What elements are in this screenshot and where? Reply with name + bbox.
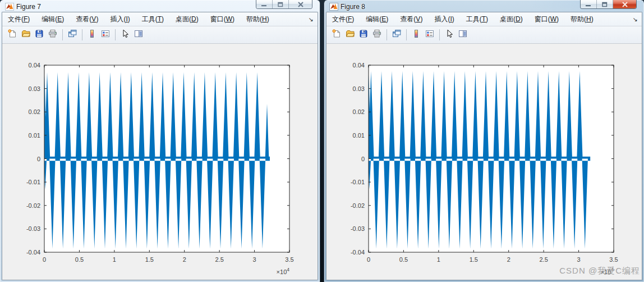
restore-button[interactable] — [273, 0, 289, 8]
svg-text:0.01: 0.01 — [29, 132, 40, 139]
menu-item-T[interactable]: 工具(T) — [466, 15, 488, 24]
new-figure-button[interactable] — [6, 28, 19, 42]
link-plot-button[interactable] — [390, 28, 403, 42]
svg-text:2: 2 — [507, 256, 510, 263]
new-figure-icon — [8, 29, 17, 40]
figure8-window: Figure 8 文件(F)编辑(E)查看(V)插入(I)工具(T)桌面(D)窗… — [324, 0, 644, 282]
edit-plot-button[interactable] — [118, 28, 132, 42]
menu-item-I[interactable]: 插入(I) — [110, 15, 130, 24]
window-controls — [256, 0, 312, 9]
new-figure-icon — [332, 29, 341, 40]
svg-text:-0.03: -0.03 — [26, 225, 40, 232]
svg-text:-0.04: -0.04 — [26, 249, 40, 256]
menu-item-H[interactable]: 帮助(H) — [571, 15, 594, 24]
figure8-toolbar — [326, 26, 642, 44]
insert-colorbar-button[interactable] — [410, 28, 423, 42]
svg-text:0: 0 — [43, 256, 46, 263]
printer-icon — [48, 29, 57, 40]
plot-browser-icon — [458, 29, 467, 40]
menu-item-V[interactable]: 查看(V) — [400, 15, 422, 24]
colorbar-icon — [412, 29, 421, 40]
restore-button[interactable] — [597, 0, 613, 8]
window-title: Figure 8 — [341, 3, 365, 11]
minimize-button[interactable] — [581, 0, 597, 8]
svg-text:0: 0 — [37, 156, 40, 162]
menu-item-I[interactable]: 插入(I) — [434, 15, 454, 24]
link-plot-icon — [392, 29, 401, 40]
svg-text:3: 3 — [253, 256, 256, 263]
menu-item-H[interactable]: 帮助(H) — [246, 15, 269, 24]
toolbar-separator — [439, 29, 440, 40]
svg-text:-0.01: -0.01 — [26, 179, 40, 185]
close-button[interactable] — [613, 0, 636, 8]
save-icon — [359, 29, 368, 40]
svg-text:×104: ×104 — [277, 267, 290, 275]
menu-overflow-icon[interactable]: ↘ — [308, 16, 313, 22]
open-folder-icon — [346, 29, 355, 40]
toolbar-separator — [62, 29, 63, 40]
svg-text:1.5: 1.5 — [470, 256, 478, 263]
svg-text:0.04: 0.04 — [29, 62, 40, 69]
svg-text:0.03: 0.03 — [353, 85, 365, 92]
menu-item-V[interactable]: 查看(V) — [76, 15, 98, 24]
toolbar-separator — [387, 29, 387, 40]
edit-plot-button[interactable] — [443, 28, 456, 42]
svg-text:-0.02: -0.02 — [26, 202, 40, 209]
figure7-toolbar — [2, 26, 318, 44]
menu-item-W[interactable]: 窗口(W) — [210, 15, 234, 24]
link-plot-button[interactable] — [66, 28, 79, 42]
legend-icon — [425, 29, 434, 40]
printer-icon — [372, 29, 381, 40]
cursor-arrow-icon — [445, 29, 454, 40]
svg-text:3: 3 — [577, 256, 581, 263]
menu-item-W[interactable]: 窗口(W) — [535, 15, 559, 24]
open-file-button[interactable] — [343, 28, 357, 42]
colorbar-icon — [88, 29, 96, 40]
window-title: Figure 7 — [16, 3, 41, 11]
svg-text:0.03: 0.03 — [29, 85, 40, 92]
figure7-client-area: 文件(F)编辑(E)查看(V)插入(I)工具(T)桌面(D)窗口(W)帮助(H)… — [2, 12, 318, 280]
figure7-canvas: 00.511.522.533.5-0.04-0.03-0.02-0.0100.0… — [2, 44, 318, 280]
svg-text:0: 0 — [367, 256, 370, 263]
window-controls — [580, 0, 637, 9]
menu-item-D[interactable]: 桌面(D) — [500, 15, 523, 24]
menu-item-F[interactable]: 文件(F) — [8, 15, 30, 24]
plot-browser-button[interactable] — [456, 28, 470, 42]
figure8-plot: 00.511.522.533.5-0.04-0.03-0.02-0.0100.0… — [326, 44, 642, 280]
menu-item-D[interactable]: 桌面(D) — [176, 15, 199, 24]
link-plot-icon — [68, 29, 77, 40]
insert-colorbar-button[interactable] — [85, 28, 99, 42]
svg-text:0.02: 0.02 — [353, 108, 365, 115]
svg-text:3.5: 3.5 — [609, 256, 618, 263]
figure8-menubar: 文件(F)编辑(E)查看(V)插入(I)工具(T)桌面(D)窗口(W)帮助(H)… — [326, 12, 642, 26]
svg-text:0.04: 0.04 — [353, 62, 365, 69]
insert-legend-button[interactable] — [99, 28, 112, 42]
menu-overflow-icon[interactable]: ↘ — [632, 16, 637, 22]
menu-item-F[interactable]: 文件(F) — [332, 15, 354, 24]
open-folder-icon — [21, 29, 30, 40]
print-figure-button[interactable] — [46, 28, 59, 42]
svg-text:-0.04: -0.04 — [351, 249, 365, 256]
legend-icon — [101, 29, 110, 40]
open-file-button[interactable] — [19, 28, 33, 42]
svg-text:0: 0 — [361, 156, 365, 162]
figure7-plot: 00.511.522.533.5-0.04-0.03-0.02-0.0100.0… — [2, 44, 318, 280]
insert-legend-button[interactable] — [423, 28, 436, 42]
menu-item-E[interactable]: 编辑(E) — [42, 15, 64, 24]
menu-item-T[interactable]: 工具(T) — [142, 15, 164, 24]
save-figure-button[interactable] — [357, 28, 370, 42]
figure7-titlebar[interactable]: Figure 7 — [2, 0, 318, 12]
svg-text:0.5: 0.5 — [399, 256, 408, 263]
close-button[interactable] — [289, 0, 312, 8]
svg-text:0.01: 0.01 — [353, 132, 365, 139]
figure7-window: Figure 7 文件(F)编辑(E)查看(V)插入(I)工具(T)桌面(D)窗… — [0, 0, 320, 282]
print-figure-button[interactable] — [370, 28, 384, 42]
plot-browser-button[interactable] — [132, 28, 145, 42]
svg-text:-0.01: -0.01 — [351, 179, 365, 185]
menu-item-E[interactable]: 编辑(E) — [366, 15, 388, 24]
figure8-titlebar[interactable]: Figure 8 — [326, 0, 642, 12]
svg-text:×104: ×104 — [601, 267, 614, 275]
minimize-button[interactable] — [256, 0, 273, 8]
new-figure-button[interactable] — [330, 28, 343, 42]
save-figure-button[interactable] — [33, 28, 46, 42]
